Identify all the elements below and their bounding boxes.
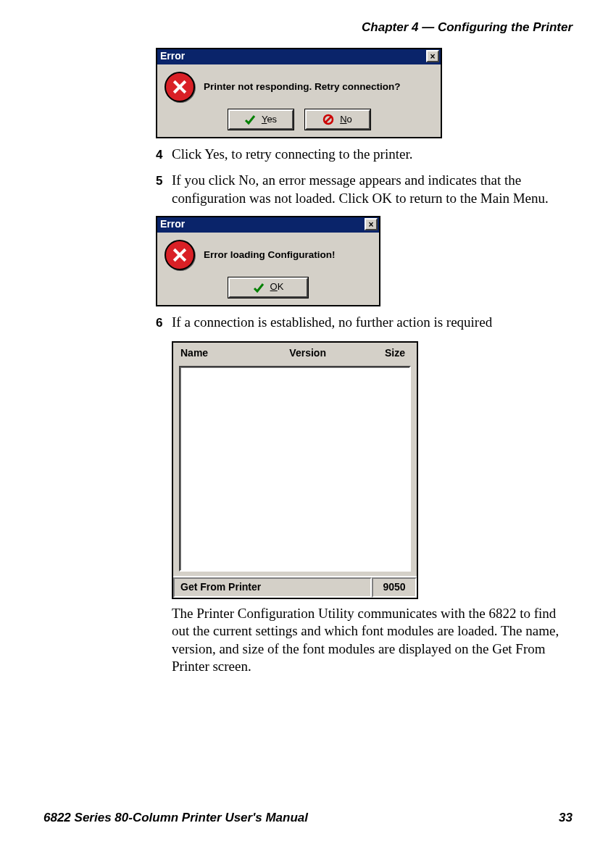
closing-paragraph: The Printer Configuration Utility commun… bbox=[172, 605, 573, 675]
svg-line-1 bbox=[325, 117, 331, 122]
column-headers: Name Version Size bbox=[173, 343, 417, 364]
titlebar: Error × bbox=[157, 49, 441, 64]
step-number: 5 bbox=[156, 172, 172, 207]
ok-label: OK bbox=[270, 281, 284, 293]
manual-title: 6822 Series 80-Column Printer User's Man… bbox=[43, 811, 308, 825]
font-listbox[interactable] bbox=[179, 366, 411, 572]
dialog-title: Error bbox=[160, 218, 185, 231]
page-number: 33 bbox=[559, 811, 573, 825]
yes-label: Yes bbox=[262, 114, 277, 126]
close-icon[interactable]: × bbox=[426, 50, 439, 62]
yes-button[interactable]: Yes bbox=[228, 109, 294, 130]
chapter-header: Chapter 4 — Configuring the Printer bbox=[43, 20, 573, 35]
no-button[interactable]: No bbox=[305, 109, 370, 130]
status-left: Get From Printer bbox=[173, 577, 372, 598]
check-icon bbox=[244, 114, 256, 125]
col-name: Name bbox=[180, 347, 270, 360]
no-label: No bbox=[340, 114, 352, 126]
dialog-message: Printer not responding. Retry connection… bbox=[204, 80, 401, 93]
step-6: 6 If a connection is established, no fur… bbox=[156, 314, 573, 331]
get-from-printer-panel: Name Version Size Get From Printer 9050 bbox=[172, 341, 418, 599]
step-4: 4 Click Yes, to retry connecting to the … bbox=[156, 146, 573, 163]
col-version: Version bbox=[270, 347, 345, 360]
ok-button[interactable]: OK bbox=[228, 277, 308, 298]
dialog-message: Error loading Configuration! bbox=[204, 248, 336, 261]
dialog-title: Error bbox=[160, 50, 185, 63]
step-number: 4 bbox=[156, 146, 172, 163]
step-text: If a connection is established, no furth… bbox=[172, 314, 573, 331]
step-text: Click Yes, to retry connecting to the pr… bbox=[172, 146, 573, 163]
close-icon[interactable]: × bbox=[365, 218, 378, 230]
no-icon bbox=[322, 114, 334, 125]
step-5: 5 If you click No, an error message appe… bbox=[156, 172, 573, 207]
page-footer: 6822 Series 80-Column Printer User's Man… bbox=[43, 811, 573, 825]
step-text: If you click No, an error message appear… bbox=[172, 172, 573, 207]
status-right: 9050 bbox=[372, 577, 417, 598]
titlebar: Error × bbox=[157, 217, 379, 233]
main-content: Error × Printer not responding. Retry co… bbox=[156, 48, 573, 675]
error-icon bbox=[165, 72, 195, 102]
error-dialog-retry: Error × Printer not responding. Retry co… bbox=[156, 48, 442, 138]
col-size: Size bbox=[345, 347, 409, 360]
error-dialog-loading: Error × Error loading Configuration! OK bbox=[156, 216, 380, 306]
check-icon bbox=[253, 282, 265, 293]
step-number: 6 bbox=[156, 314, 172, 331]
error-icon bbox=[165, 240, 195, 270]
status-bar: Get From Printer 9050 bbox=[173, 576, 417, 598]
